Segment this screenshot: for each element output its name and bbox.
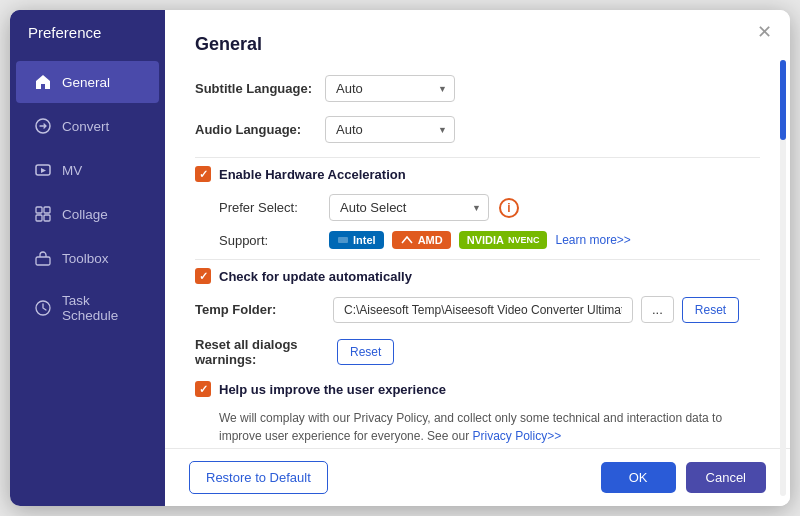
dialog: Preference General Convert — [10, 10, 790, 506]
sidebar-label-taskschedule: Task Schedule — [62, 293, 141, 323]
check-update-label: Check for update automatically — [219, 269, 412, 284]
hardware-acceleration-label: Enable Hardware Acceleration — [219, 167, 406, 182]
improve-row: Help us improve the user experience — [195, 381, 760, 397]
section-title: General — [195, 34, 760, 55]
sidebar-item-general[interactable]: General — [16, 61, 159, 103]
audio-language-select[interactable]: Auto English Chinese — [325, 116, 455, 143]
hardware-acceleration-row: Enable Hardware Acceleration — [195, 166, 760, 182]
sidebar-item-taskschedule[interactable]: Task Schedule — [16, 281, 159, 335]
svg-rect-5 — [44, 215, 50, 221]
audio-language-row: Audio Language: Auto English Chinese — [195, 116, 760, 143]
improve-text-content: We will complay with our Privacy Policy,… — [219, 411, 722, 443]
badges-container: Intel AMD NVIDIA NVENC Learn more>> — [329, 231, 631, 249]
badge-intel-text: Intel — [353, 234, 376, 246]
improve-label: Help us improve the user experience — [219, 382, 446, 397]
privacy-link[interactable]: Privacy Policy>> — [472, 429, 561, 443]
prefer-select-wrapper: Auto Select Intel AMD NVIDIA — [329, 194, 489, 221]
sidebar-item-mv[interactable]: MV — [16, 149, 159, 191]
reset-dialogs-button[interactable]: Reset — [337, 339, 394, 365]
temp-folder-row: Temp Folder: ... Reset — [195, 296, 760, 323]
temp-folder-label: Temp Folder: — [195, 302, 325, 317]
badge-nvidia-text: NVIDIA — [467, 234, 504, 246]
sidebar-item-collage[interactable]: Collage — [16, 193, 159, 235]
hardware-acceleration-checkbox[interactable] — [195, 166, 211, 182]
scrollbar-track[interactable] — [780, 60, 786, 496]
subtitle-language-select-wrapper: Auto English Chinese — [325, 75, 455, 102]
audio-language-select-wrapper: Auto English Chinese — [325, 116, 455, 143]
taskschedule-icon — [34, 299, 52, 317]
audio-language-label: Audio Language: — [195, 122, 325, 137]
close-button[interactable]: ✕ — [754, 22, 774, 42]
temp-folder-input[interactable] — [333, 297, 633, 323]
sidebar-label-general: General — [62, 75, 110, 90]
svg-rect-2 — [36, 207, 42, 213]
footer: Restore to Default OK Cancel — [165, 448, 790, 506]
learn-more-link[interactable]: Learn more>> — [555, 233, 630, 247]
info-icon[interactable]: i — [499, 198, 519, 218]
badge-amd: AMD — [392, 231, 451, 249]
divider1 — [195, 157, 760, 158]
improve-text: We will complay with our Privacy Policy,… — [219, 409, 760, 445]
temp-reset-button[interactable]: Reset — [682, 297, 739, 323]
sidebar-label-toolbox: Toolbox — [62, 251, 109, 266]
subtitle-language-label: Subtitle Language: — [195, 81, 325, 96]
check-update-row: Check for update automatically — [195, 268, 760, 284]
footer-right: OK Cancel — [601, 462, 766, 493]
main-content: ✕ General Subtitle Language: Auto Englis… — [165, 10, 790, 506]
collage-icon — [34, 205, 52, 223]
reset-dialogs-label: Reset all dialogs warnings: — [195, 337, 325, 367]
cancel-button[interactable]: Cancel — [686, 462, 766, 493]
support-row: Support: Intel AMD NVIDIA NVENC Learn mo… — [219, 231, 760, 249]
sidebar-label-collage: Collage — [62, 207, 108, 222]
content-area: General Subtitle Language: Auto English … — [165, 10, 790, 448]
ok-button[interactable]: OK — [601, 462, 676, 493]
sidebar: Preference General Convert — [10, 10, 165, 506]
prefer-select-row: Prefer Select: Auto Select Intel AMD NVI… — [219, 194, 760, 221]
support-label: Support: — [219, 233, 319, 248]
home-icon — [34, 73, 52, 91]
svg-rect-8 — [338, 237, 348, 243]
improve-checkbox[interactable] — [195, 381, 211, 397]
sidebar-label-convert: Convert — [62, 119, 109, 134]
sidebar-title: Preference — [10, 10, 165, 54]
badge-nvidia: NVIDIA NVENC — [459, 231, 548, 249]
check-update-checkbox[interactable] — [195, 268, 211, 284]
reset-dialogs-row: Reset all dialogs warnings: Reset — [195, 337, 760, 367]
subtitle-language-row: Subtitle Language: Auto English Chinese — [195, 75, 760, 102]
svg-rect-4 — [36, 215, 42, 221]
toolbox-icon — [34, 249, 52, 267]
divider2 — [195, 259, 760, 260]
svg-rect-6 — [36, 257, 50, 265]
scrollbar-thumb[interactable] — [780, 60, 786, 140]
browse-button[interactable]: ... — [641, 296, 674, 323]
subtitle-language-select[interactable]: Auto English Chinese — [325, 75, 455, 102]
sidebar-label-mv: MV — [62, 163, 82, 178]
sidebar-item-toolbox[interactable]: Toolbox — [16, 237, 159, 279]
badge-intel: Intel — [329, 231, 384, 249]
prefer-select[interactable]: Auto Select Intel AMD NVIDIA — [329, 194, 489, 221]
badge-nvenc-text: NVENC — [508, 235, 540, 245]
svg-rect-3 — [44, 207, 50, 213]
convert-icon — [34, 117, 52, 135]
badge-amd-text: AMD — [418, 234, 443, 246]
sidebar-item-convert[interactable]: Convert — [16, 105, 159, 147]
restore-default-button[interactable]: Restore to Default — [189, 461, 328, 494]
mv-icon — [34, 161, 52, 179]
prefer-select-label: Prefer Select: — [219, 200, 319, 215]
